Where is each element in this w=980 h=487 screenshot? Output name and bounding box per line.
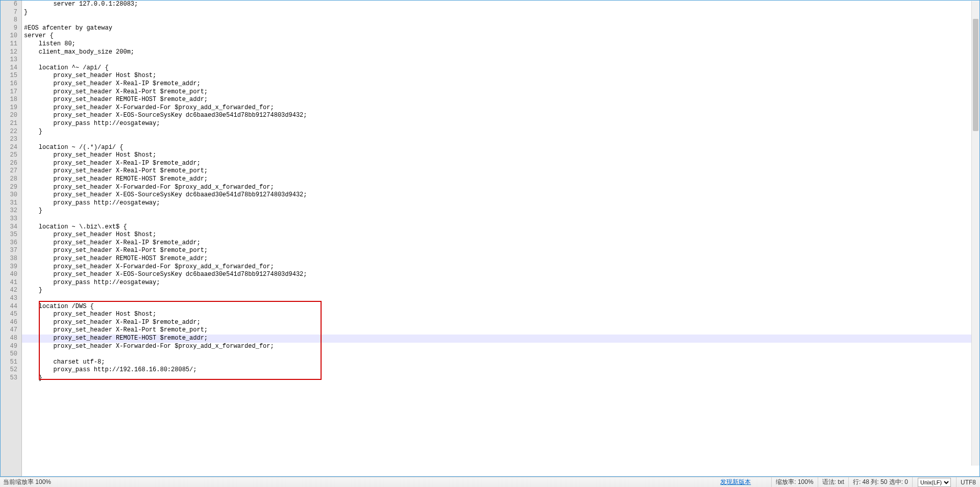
line-number: 25 (1, 151, 21, 160)
code-line[interactable]: proxy_pass http://eosgateway; (22, 120, 979, 128)
code-line[interactable]: proxy_set_header REMOTE-HOST $remote_add… (22, 96, 979, 104)
line-number: 30 (1, 191, 21, 199)
line-number: 44 (1, 303, 21, 311)
line-number: 52 (1, 366, 21, 374)
new-version-link[interactable]: 发现新版本 (720, 478, 751, 486)
line-number: 46 (1, 319, 21, 327)
line-number: 26 (1, 160, 21, 168)
code-line[interactable]: server { (22, 32, 979, 40)
code-line[interactable]: proxy_set_header X-Real-Port $remote_por… (22, 167, 979, 175)
line-number: 14 (1, 64, 21, 72)
line-number: 34 (1, 223, 21, 232)
line-number-gutter[interactable]: 6789101112131415161718192021222324252627… (1, 1, 22, 476)
cursor-cell: 行: 48 列: 50 选中: 0 (848, 477, 912, 487)
syntax-cell[interactable]: 语法: txt (818, 477, 848, 487)
line-number: 47 (1, 326, 21, 335)
code-line[interactable]: proxy_pass http://192.168.16.80:28085/; (22, 366, 979, 374)
line-number: 22 (1, 128, 21, 136)
line-number: 27 (1, 167, 21, 175)
line-number: 10 (1, 32, 21, 40)
line-ending-cell: Unix(LF) (912, 477, 956, 487)
code-line[interactable]: } (22, 207, 979, 215)
code-line[interactable]: proxy_set_header X-Forwarded-For $proxy_… (22, 184, 979, 192)
line-number: 20 (1, 112, 21, 120)
line-number: 42 (1, 287, 21, 295)
code-line[interactable]: proxy_set_header X-EOS-SourceSysKey dc6b… (22, 271, 979, 279)
line-ending-select[interactable]: Unix(LF) (918, 478, 951, 487)
code-line[interactable]: location ~ \.biz\.ext$ { (22, 223, 979, 232)
line-number: 8 (1, 16, 21, 24)
code-line[interactable] (22, 56, 979, 64)
code-line[interactable]: proxy_set_header REMOTE-HOST $remote_add… (22, 255, 979, 263)
code-line[interactable]: proxy_set_header X-Real-IP $remote_addr; (22, 160, 979, 168)
code-line[interactable] (22, 350, 979, 358)
code-line[interactable]: } (22, 374, 979, 382)
line-number: 13 (1, 56, 21, 64)
code-line[interactable]: proxy_set_header X-Forwarded-For $proxy_… (22, 263, 979, 271)
code-line[interactable]: client_max_body_size 200m; (22, 48, 979, 57)
code-line[interactable]: proxy_set_header Host $host; (22, 151, 979, 160)
code-line[interactable]: proxy_set_header Host $host; (22, 72, 979, 80)
line-number: 15 (1, 72, 21, 80)
code-line[interactable]: charset utf-8; (22, 358, 979, 367)
code-line[interactable]: } (22, 128, 979, 136)
code-line[interactable]: proxy_pass http://eosgateway; (22, 199, 979, 208)
encoding-cell[interactable]: UTF8 (956, 477, 980, 487)
line-number: 23 (1, 136, 21, 144)
line-number: 16 (1, 80, 21, 88)
code-line[interactable]: #EOS afcenter by gateway (22, 24, 979, 33)
editor-container: 6789101112131415161718192021222324252627… (0, 0, 980, 477)
code-line[interactable]: proxy_pass http://eosgateway; (22, 279, 979, 287)
line-number: 24 (1, 144, 21, 152)
line-number: 51 (1, 358, 21, 367)
line-number: 45 (1, 311, 21, 319)
code-line[interactable]: location ^~ /api/ { (22, 64, 979, 72)
line-number: 29 (1, 184, 21, 192)
code-line[interactable]: proxy_set_header X-Forwarded-For $proxy_… (22, 343, 979, 351)
line-number: 39 (1, 263, 21, 271)
code-line[interactable]: proxy_set_header X-Real-Port $remote_por… (22, 247, 979, 255)
code-line[interactable]: proxy_set_header X-Real-IP $remote_addr; (22, 239, 979, 247)
line-number: 11 (1, 40, 21, 48)
zoom-status: 当前缩放率 100% (3, 478, 51, 485)
line-number: 37 (1, 247, 21, 255)
code-line[interactable]: location /DWS { (22, 303, 979, 311)
code-line[interactable]: proxy_set_header X-Real-IP $remote_addr; (22, 80, 979, 88)
code-line[interactable]: location ~ /(.*)/api/ { (22, 144, 979, 152)
line-number: 40 (1, 271, 21, 279)
scale-cell[interactable]: 缩放率: 100% (771, 477, 817, 487)
line-number: 38 (1, 255, 21, 263)
code-line[interactable]: proxy_set_header REMOTE-HOST $remote_add… (22, 175, 979, 184)
line-number: 6 (1, 1, 21, 9)
line-number: 43 (1, 295, 21, 303)
line-number: 50 (1, 350, 21, 358)
code-area[interactable]: server 127.0.0.1:28083;}#EOS afcenter by… (22, 1, 979, 476)
code-line[interactable]: proxy_set_header X-Real-Port $remote_por… (22, 326, 979, 335)
code-line[interactable]: listen 80; (22, 40, 979, 48)
code-line[interactable]: proxy_set_header X-Forwarded-For $proxy_… (22, 104, 979, 112)
code-line[interactable]: proxy_set_header REMOTE-HOST $remote_add… (22, 335, 979, 343)
line-number: 19 (1, 104, 21, 112)
line-number: 17 (1, 88, 21, 96)
code-line[interactable]: server 127.0.0.1:28083; (22, 1, 979, 9)
line-number: 7 (1, 9, 21, 17)
code-line[interactable]: } (22, 9, 979, 17)
code-line[interactable]: proxy_set_header X-EOS-SourceSysKey dc6b… (22, 191, 979, 199)
code-line[interactable] (22, 136, 979, 144)
code-line[interactable] (22, 215, 979, 223)
code-line[interactable]: proxy_set_header X-EOS-SourceSysKey dc6b… (22, 112, 979, 120)
scrollbar-thumb[interactable] (973, 19, 978, 131)
code-line[interactable] (22, 295, 979, 303)
line-number: 18 (1, 96, 21, 104)
vertical-scrollbar[interactable] (971, 1, 979, 466)
line-number: 41 (1, 279, 21, 287)
code-line[interactable]: } (22, 287, 979, 295)
code-line[interactable]: proxy_set_header Host $host; (22, 231, 979, 239)
code-line[interactable] (22, 16, 979, 24)
line-number: 9 (1, 24, 21, 33)
code-line[interactable]: proxy_set_header Host $host; (22, 311, 979, 319)
code-line[interactable]: proxy_set_header X-Real-IP $remote_addr; (22, 319, 979, 327)
line-number: 35 (1, 231, 21, 239)
line-number: 33 (1, 215, 21, 223)
code-line[interactable]: proxy_set_header X-Real-Port $remote_por… (22, 88, 979, 96)
